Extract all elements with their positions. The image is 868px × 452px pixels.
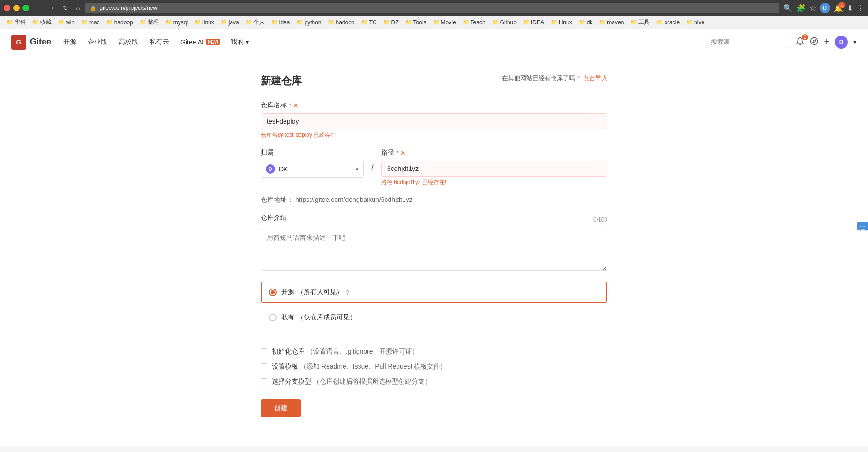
back-button[interactable]: ← bbox=[33, 3, 44, 13]
puzzle-icon[interactable]: ⋮ bbox=[857, 4, 864, 13]
path-input[interactable] bbox=[381, 161, 607, 177]
folder-icon: 📁 bbox=[405, 19, 412, 25]
checkbox-template-input[interactable] bbox=[261, 363, 267, 370]
visibility-private-label: 私有 （仅仓库成员可见） bbox=[281, 313, 356, 322]
bookmark-item-idea2[interactable]: 📁 IDEA bbox=[520, 18, 547, 27]
address-bar[interactable]: 🔒 gitee.com/projects/new bbox=[85, 3, 779, 13]
bookmark-item-java[interactable]: 📁 java bbox=[218, 18, 242, 27]
checkbox-template: 设置模板 （添加 Readme、Issue、Pull Request 模板文件） bbox=[261, 363, 607, 371]
bookmark-item-movie[interactable]: 📁 Movie bbox=[430, 18, 459, 27]
notification-icon[interactable]: 🔔 1 bbox=[834, 4, 843, 13]
bookmark-item-gongju[interactable]: 📁 工具 bbox=[628, 17, 652, 27]
site-header: G Gitee 开源 企业版 高校版 私有云 Gitee AI NEW 我的 ▾… bbox=[0, 29, 868, 55]
bookmark-item-dz[interactable]: 📁 DZ bbox=[381, 18, 402, 27]
repo-name-input[interactable] bbox=[261, 113, 607, 129]
zoom-icon[interactable]: 🔍 bbox=[783, 4, 793, 13]
page-content: 新建仓库 在其他网站已经有仓库了吗？ 点击导入 仓库名称 * ✕ 仓库名称 te… bbox=[0, 55, 868, 446]
close-button[interactable] bbox=[4, 5, 10, 11]
bookmark-item-zhengli[interactable]: 📁 整理 bbox=[137, 17, 162, 27]
bookmark-item-linux2[interactable]: 📁 Linux bbox=[548, 18, 575, 27]
folder-icon: 📁 bbox=[656, 19, 663, 25]
folder-icon: 📁 bbox=[492, 19, 499, 25]
bookmark-item-oracle[interactable]: 📁 oracle bbox=[653, 18, 682, 27]
gitee-logo-text: Gitee bbox=[30, 37, 51, 47]
bookmark-item-geren[interactable]: 📁 个人 bbox=[243, 17, 268, 27]
minimize-button[interactable] bbox=[13, 5, 20, 11]
reload-button[interactable]: ↻ bbox=[61, 3, 70, 13]
chevron-down-icon: ▾ bbox=[246, 38, 249, 46]
radio-open[interactable] bbox=[269, 289, 277, 296]
belong-avatar: D bbox=[266, 164, 275, 174]
bookmark-item-huake[interactable]: 📁 华科 bbox=[4, 17, 29, 27]
logo-area[interactable]: G Gitee bbox=[11, 35, 51, 50]
path-label: 路径 * ✕ bbox=[381, 148, 607, 157]
divider bbox=[261, 338, 607, 338]
radio-inner bbox=[271, 290, 275, 294]
search-input[interactable] bbox=[706, 36, 790, 48]
belong-path-row: 归属 D DK ▾ / 路径 * ✕ 路径 6cdhjdt1yz 已经存在! bbox=[261, 148, 607, 186]
bookmark-item-hive[interactable]: 📁 hive bbox=[683, 18, 707, 27]
bookmark-item-tc[interactable]: 📁 TC bbox=[359, 18, 380, 27]
required-star: * bbox=[289, 102, 291, 109]
new-badge: NEW bbox=[206, 39, 220, 45]
plus-button[interactable]: + bbox=[824, 37, 829, 47]
browser-actions: 🔍 🧩 ☆ D 🔔 1 ⬇ ⋮ bbox=[783, 3, 864, 13]
bookmark-item-idea[interactable]: 📁 idea bbox=[269, 18, 293, 27]
bookmark-item-github[interactable]: 📁 Github bbox=[489, 18, 519, 27]
visibility-private-option[interactable]: 私有 （仅仓库成员可见） bbox=[261, 307, 607, 328]
char-count: 0/100 bbox=[593, 216, 607, 223]
error-icon: ✕ bbox=[293, 102, 299, 109]
bookmark-item-hadoop2[interactable]: 📁 hadoop bbox=[325, 18, 358, 27]
bookmark-item-mac[interactable]: 📁 mac bbox=[78, 18, 103, 27]
nav-enterprise[interactable]: 企业版 bbox=[87, 36, 108, 48]
bookmark-item-maven[interactable]: 📁 maven bbox=[596, 18, 627, 27]
nav-university[interactable]: 高校版 bbox=[118, 36, 139, 48]
avatar-dropdown-icon[interactable]: ▾ bbox=[853, 38, 857, 45]
visibility-open-option[interactable]: 开源 （所有人可见） ? bbox=[261, 282, 607, 303]
bookmark-item-dk[interactable]: 📁 dk bbox=[576, 18, 596, 27]
belong-select[interactable]: D DK ▾ bbox=[261, 161, 364, 178]
bookmark-item-hadoop1[interactable]: 📁 hadoop bbox=[104, 18, 136, 27]
bookmark-item-shoucang[interactable]: 📁 收藏 bbox=[30, 17, 54, 27]
checkbox-branch-input[interactable] bbox=[261, 378, 267, 385]
desc-header: 仓库介绍 0/100 bbox=[261, 214, 607, 226]
bookmark-item-teach[interactable]: 📁 Teach bbox=[460, 18, 488, 27]
import-link[interactable]: 点击导入 bbox=[583, 74, 607, 82]
forward-button[interactable]: → bbox=[46, 3, 57, 13]
download-icon[interactable]: ⬇ bbox=[847, 4, 853, 13]
folder-icon: 📁 bbox=[551, 19, 557, 25]
extensions-icon[interactable]: 🧩 bbox=[796, 4, 806, 13]
checkbox-init-input[interactable] bbox=[261, 348, 267, 355]
compass-icon[interactable] bbox=[810, 37, 818, 47]
nav-gitee-ai[interactable]: Gitee AI NEW bbox=[180, 37, 221, 48]
folder-icon: 📁 bbox=[221, 19, 227, 25]
desc-textarea[interactable] bbox=[261, 229, 607, 271]
tool-panel[interactable]: 工具箱(快捷 bbox=[857, 222, 868, 231]
desc-label: 仓库介绍 bbox=[261, 214, 287, 222]
bookmark-item-mysql[interactable]: 📁 mysql bbox=[163, 18, 191, 27]
svg-point-0 bbox=[811, 37, 818, 44]
notification-button[interactable]: 2 bbox=[796, 37, 804, 47]
browser-controls bbox=[4, 5, 29, 11]
error-icon: ✕ bbox=[400, 149, 406, 156]
radio-private[interactable] bbox=[269, 314, 277, 321]
create-button[interactable]: 创建 bbox=[261, 399, 301, 417]
bookmark-item-linux[interactable]: 📁 linux bbox=[192, 18, 217, 27]
maximize-button[interactable] bbox=[22, 5, 29, 11]
folder-icon: 📁 bbox=[433, 19, 440, 25]
bookmark-item-python[interactable]: 📁 python bbox=[293, 18, 324, 27]
bookmark-item-win[interactable]: 📁 win bbox=[55, 18, 77, 27]
path-col: 路径 * ✕ 路径 6cdhjdt1yz 已经存在! bbox=[381, 148, 607, 186]
folder-icon: 📁 bbox=[195, 19, 201, 25]
checkbox-branch-label: 选择分支模型 （仓库创建后将根据所选模型创建分支） bbox=[272, 378, 431, 386]
folder-icon: 📁 bbox=[32, 19, 39, 25]
star-icon[interactable]: ☆ bbox=[809, 4, 816, 13]
profile-icon[interactable]: D bbox=[820, 3, 830, 13]
home-button[interactable]: ⌂ bbox=[74, 3, 82, 13]
bookmark-item-tools[interactable]: 📁 Tools bbox=[403, 18, 429, 27]
help-icon[interactable]: ? bbox=[346, 289, 349, 296]
my-dropdown[interactable]: 我的 ▾ bbox=[231, 38, 249, 46]
nav-private-cloud[interactable]: 私有云 bbox=[149, 36, 170, 48]
nav-open-source[interactable]: 开源 bbox=[62, 36, 77, 48]
user-avatar[interactable]: D bbox=[835, 36, 848, 49]
